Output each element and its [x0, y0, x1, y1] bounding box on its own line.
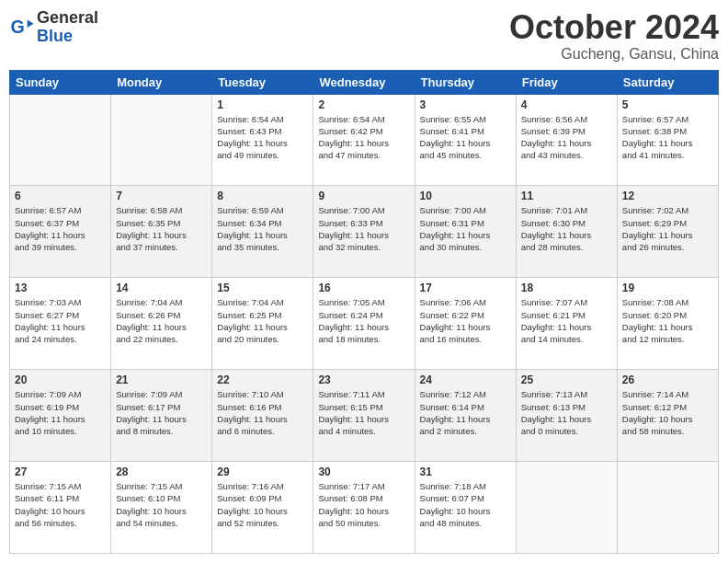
- logo-blue: Blue: [37, 28, 98, 46]
- calendar-cell: 4Sunrise: 6:56 AM Sunset: 6:39 PM Daylig…: [516, 94, 617, 186]
- week-row-2: 6Sunrise: 6:57 AM Sunset: 6:37 PM Daylig…: [10, 186, 719, 278]
- calendar-cell: 1Sunrise: 6:54 AM Sunset: 6:43 PM Daylig…: [212, 94, 313, 186]
- day-info: Sunrise: 6:57 AM Sunset: 6:37 PM Dayligh…: [15, 204, 106, 253]
- day-number: 9: [318, 190, 409, 202]
- day-number: 26: [622, 373, 713, 386]
- day-number: 25: [521, 373, 612, 386]
- svg-marker-1: [28, 19, 34, 27]
- page: G General Blue October 2024 Gucheng, Gan…: [0, 0, 728, 563]
- weekday-header-thursday: Thursday: [415, 70, 516, 94]
- day-number: 18: [521, 282, 612, 294]
- day-info: Sunrise: 7:16 AM Sunset: 6:09 PM Dayligh…: [217, 480, 308, 529]
- calendar-cell: 3Sunrise: 6:55 AM Sunset: 6:41 PM Daylig…: [415, 94, 516, 186]
- day-info: Sunrise: 6:57 AM Sunset: 6:38 PM Dayligh…: [622, 113, 713, 162]
- calendar-cell: 29Sunrise: 7:16 AM Sunset: 6:09 PM Dayli…: [212, 462, 313, 554]
- calendar-cell: 2Sunrise: 6:54 AM Sunset: 6:42 PM Daylig…: [313, 94, 415, 186]
- calendar-cell: 22Sunrise: 7:10 AM Sunset: 6:16 PM Dayli…: [212, 370, 313, 462]
- week-row-1: 1Sunrise: 6:54 AM Sunset: 6:43 PM Daylig…: [10, 94, 719, 186]
- day-info: Sunrise: 6:54 AM Sunset: 6:43 PM Dayligh…: [217, 113, 308, 162]
- day-number: 1: [217, 98, 308, 111]
- weekday-header-row: SundayMondayTuesdayWednesdayThursdayFrid…: [10, 70, 719, 94]
- calendar-cell: 15Sunrise: 7:04 AM Sunset: 6:25 PM Dayli…: [212, 278, 313, 370]
- calendar-cell: 26Sunrise: 7:14 AM Sunset: 6:12 PM Dayli…: [617, 370, 718, 462]
- day-number: 11: [521, 190, 612, 202]
- day-number: 20: [15, 373, 106, 386]
- calendar-cell: 17Sunrise: 7:06 AM Sunset: 6:22 PM Dayli…: [415, 278, 516, 370]
- calendar-cell: 19Sunrise: 7:08 AM Sunset: 6:20 PM Dayli…: [617, 278, 718, 370]
- day-info: Sunrise: 7:01 AM Sunset: 6:30 PM Dayligh…: [521, 204, 612, 253]
- calendar-cell: [516, 462, 617, 554]
- location: Gucheng, Gansu, China: [509, 46, 719, 63]
- day-number: 14: [116, 282, 207, 294]
- day-info: Sunrise: 7:11 AM Sunset: 6:15 PM Dayligh…: [318, 388, 409, 437]
- day-info: Sunrise: 6:56 AM Sunset: 6:39 PM Dayligh…: [521, 113, 612, 162]
- day-number: 15: [217, 282, 308, 294]
- weekday-header-tuesday: Tuesday: [212, 70, 313, 94]
- day-info: Sunrise: 7:00 AM Sunset: 6:31 PM Dayligh…: [420, 204, 511, 253]
- day-info: Sunrise: 7:12 AM Sunset: 6:14 PM Dayligh…: [420, 388, 511, 437]
- day-number: 10: [420, 190, 511, 202]
- calendar-table: SundayMondayTuesdayWednesdayThursdayFrid…: [9, 70, 719, 554]
- title-area: October 2024 Gucheng, Gansu, China: [509, 9, 719, 63]
- calendar-cell: [10, 94, 111, 186]
- day-info: Sunrise: 7:15 AM Sunset: 6:11 PM Dayligh…: [15, 480, 106, 529]
- svg-text:G: G: [10, 16, 24, 36]
- month-title: October 2024: [509, 9, 719, 46]
- week-row-5: 27Sunrise: 7:15 AM Sunset: 6:11 PM Dayli…: [10, 462, 719, 554]
- calendar-cell: 28Sunrise: 7:15 AM Sunset: 6:10 PM Dayli…: [111, 462, 212, 554]
- day-number: 4: [521, 98, 612, 111]
- day-number: 31: [420, 465, 511, 478]
- weekday-header-saturday: Saturday: [617, 70, 718, 94]
- calendar-cell: 13Sunrise: 7:03 AM Sunset: 6:27 PM Dayli…: [10, 278, 111, 370]
- logo-icon: G: [9, 15, 35, 40]
- calendar-cell: [111, 94, 212, 186]
- calendar-cell: 18Sunrise: 7:07 AM Sunset: 6:21 PM Dayli…: [516, 278, 617, 370]
- calendar-cell: 6Sunrise: 6:57 AM Sunset: 6:37 PM Daylig…: [10, 186, 111, 278]
- day-number: 30: [318, 465, 409, 478]
- day-number: 22: [217, 373, 308, 386]
- day-info: Sunrise: 7:02 AM Sunset: 6:29 PM Dayligh…: [622, 204, 713, 253]
- day-info: Sunrise: 7:05 AM Sunset: 6:24 PM Dayligh…: [318, 296, 409, 345]
- day-info: Sunrise: 7:09 AM Sunset: 6:19 PM Dayligh…: [15, 388, 106, 437]
- calendar-cell: 12Sunrise: 7:02 AM Sunset: 6:29 PM Dayli…: [617, 186, 718, 278]
- day-number: 21: [116, 373, 207, 386]
- day-info: Sunrise: 7:13 AM Sunset: 6:13 PM Dayligh…: [521, 388, 612, 437]
- calendar-cell: 20Sunrise: 7:09 AM Sunset: 6:19 PM Dayli…: [10, 370, 111, 462]
- day-info: Sunrise: 7:17 AM Sunset: 6:08 PM Dayligh…: [318, 480, 409, 529]
- week-row-3: 13Sunrise: 7:03 AM Sunset: 6:27 PM Dayli…: [10, 278, 719, 370]
- day-number: 24: [420, 373, 511, 386]
- day-info: Sunrise: 6:54 AM Sunset: 6:42 PM Dayligh…: [318, 113, 409, 162]
- day-info: Sunrise: 6:58 AM Sunset: 6:35 PM Dayligh…: [116, 204, 207, 253]
- header: G General Blue October 2024 Gucheng, Gan…: [9, 9, 719, 63]
- day-number: 27: [15, 465, 106, 478]
- day-number: 29: [217, 465, 308, 478]
- calendar-cell: 31Sunrise: 7:18 AM Sunset: 6:07 PM Dayli…: [415, 462, 516, 554]
- calendar-cell: [617, 462, 718, 554]
- weekday-header-friday: Friday: [516, 70, 617, 94]
- calendar-cell: 24Sunrise: 7:12 AM Sunset: 6:14 PM Dayli…: [415, 370, 516, 462]
- day-number: 17: [420, 282, 511, 294]
- day-info: Sunrise: 6:55 AM Sunset: 6:41 PM Dayligh…: [420, 113, 511, 162]
- day-info: Sunrise: 7:06 AM Sunset: 6:22 PM Dayligh…: [420, 296, 511, 345]
- day-info: Sunrise: 7:00 AM Sunset: 6:33 PM Dayligh…: [318, 204, 409, 253]
- day-info: Sunrise: 7:08 AM Sunset: 6:20 PM Dayligh…: [622, 296, 713, 345]
- day-number: 12: [622, 190, 713, 202]
- calendar-cell: 25Sunrise: 7:13 AM Sunset: 6:13 PM Dayli…: [516, 370, 617, 462]
- day-number: 3: [420, 98, 511, 111]
- calendar-cell: 27Sunrise: 7:15 AM Sunset: 6:11 PM Dayli…: [10, 462, 111, 554]
- logo: G General Blue: [9, 9, 98, 46]
- day-number: 19: [622, 282, 713, 294]
- day-info: Sunrise: 7:18 AM Sunset: 6:07 PM Dayligh…: [420, 480, 511, 529]
- day-info: Sunrise: 7:04 AM Sunset: 6:25 PM Dayligh…: [217, 296, 308, 345]
- day-number: 6: [15, 190, 106, 202]
- day-number: 28: [116, 465, 207, 478]
- day-number: 7: [116, 190, 207, 202]
- calendar-cell: 30Sunrise: 7:17 AM Sunset: 6:08 PM Dayli…: [313, 462, 415, 554]
- weekday-header-sunday: Sunday: [10, 70, 111, 94]
- day-info: Sunrise: 7:15 AM Sunset: 6:10 PM Dayligh…: [116, 480, 207, 529]
- calendar-cell: 21Sunrise: 7:09 AM Sunset: 6:17 PM Dayli…: [111, 370, 212, 462]
- logo-text: General Blue: [37, 9, 98, 46]
- calendar-cell: 9Sunrise: 7:00 AM Sunset: 6:33 PM Daylig…: [313, 186, 415, 278]
- day-info: Sunrise: 7:14 AM Sunset: 6:12 PM Dayligh…: [622, 388, 713, 437]
- day-info: Sunrise: 7:03 AM Sunset: 6:27 PM Dayligh…: [15, 296, 106, 345]
